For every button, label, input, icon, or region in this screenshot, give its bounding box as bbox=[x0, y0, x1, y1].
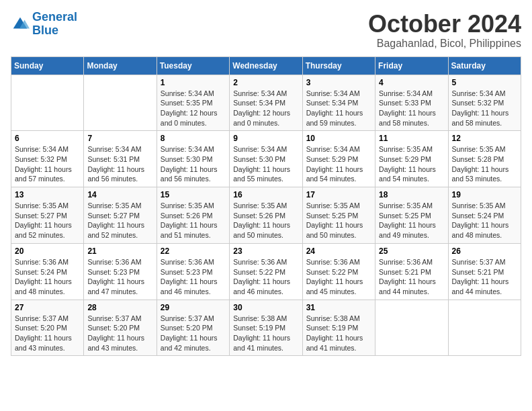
day-number: 10 bbox=[306, 134, 371, 143]
day-info: Sunrise: 5:34 AMSunset: 5:30 PMDaylight:… bbox=[233, 144, 298, 184]
day-cell: 18Sunrise: 5:35 AMSunset: 5:25 PMDayligh… bbox=[375, 187, 448, 244]
day-cell: 23Sunrise: 5:36 AMSunset: 5:22 PMDayligh… bbox=[230, 243, 302, 300]
location-title: Bagahanlad, Bicol, Philippines bbox=[368, 38, 521, 50]
day-info: Sunrise: 5:35 AMSunset: 5:26 PMDaylight:… bbox=[233, 201, 298, 240]
weekday-header-sunday: Sunday bbox=[11, 56, 84, 75]
week-row-5: 27Sunrise: 5:37 AMSunset: 5:20 PMDayligh… bbox=[11, 300, 521, 356]
day-number: 29 bbox=[161, 303, 226, 312]
day-info: Sunrise: 5:37 AMSunset: 5:20 PMDaylight:… bbox=[15, 314, 80, 353]
weekday-header-saturday: Saturday bbox=[448, 56, 521, 75]
day-cell: 15Sunrise: 5:35 AMSunset: 5:26 PMDayligh… bbox=[157, 187, 229, 244]
day-cell: 4Sunrise: 5:34 AMSunset: 5:33 PMDaylight… bbox=[375, 75, 448, 131]
day-number: 27 bbox=[15, 303, 80, 312]
day-number: 4 bbox=[379, 78, 444, 87]
weekday-header-friday: Friday bbox=[375, 56, 448, 75]
day-info: Sunrise: 5:36 AMSunset: 5:22 PMDaylight:… bbox=[306, 257, 371, 297]
day-number: 18 bbox=[379, 190, 444, 199]
day-info: Sunrise: 5:35 AMSunset: 5:28 PMDaylight:… bbox=[452, 144, 517, 184]
day-number: 21 bbox=[87, 246, 152, 256]
day-cell bbox=[84, 75, 157, 131]
weekday-header-wednesday: Wednesday bbox=[230, 56, 302, 75]
day-number: 20 bbox=[15, 246, 80, 256]
day-number: 1 bbox=[161, 78, 226, 87]
day-cell bbox=[448, 300, 521, 356]
week-row-4: 20Sunrise: 5:36 AMSunset: 5:24 PMDayligh… bbox=[11, 243, 521, 300]
day-cell: 6Sunrise: 5:34 AMSunset: 5:32 PMDaylight… bbox=[11, 131, 84, 187]
day-number: 13 bbox=[15, 190, 80, 199]
day-cell: 25Sunrise: 5:36 AMSunset: 5:21 PMDayligh… bbox=[375, 243, 448, 300]
day-cell: 1Sunrise: 5:34 AMSunset: 5:35 PMDaylight… bbox=[157, 75, 229, 131]
week-row-1: 1Sunrise: 5:34 AMSunset: 5:35 PMDaylight… bbox=[11, 75, 521, 131]
day-cell: 3Sunrise: 5:34 AMSunset: 5:34 PMDaylight… bbox=[302, 75, 375, 131]
day-number: 9 bbox=[233, 134, 298, 143]
day-cell: 7Sunrise: 5:34 AMSunset: 5:31 PMDaylight… bbox=[84, 131, 157, 187]
day-cell: 10Sunrise: 5:34 AMSunset: 5:29 PMDayligh… bbox=[302, 131, 375, 187]
day-info: Sunrise: 5:34 AMSunset: 5:33 PMDaylight:… bbox=[379, 89, 444, 128]
logo-text: General Blue bbox=[32, 11, 77, 38]
day-info: Sunrise: 5:35 AMSunset: 5:25 PMDaylight:… bbox=[379, 201, 444, 240]
day-cell: 24Sunrise: 5:36 AMSunset: 5:22 PMDayligh… bbox=[302, 243, 375, 300]
page-header: General Blue October 2024 Bagahanlad, Bi… bbox=[11, 11, 521, 50]
logo: General Blue bbox=[11, 11, 77, 38]
day-cell: 31Sunrise: 5:38 AMSunset: 5:19 PMDayligh… bbox=[302, 300, 375, 356]
week-row-2: 6Sunrise: 5:34 AMSunset: 5:32 PMDaylight… bbox=[11, 131, 521, 187]
day-number: 14 bbox=[87, 190, 152, 199]
day-info: Sunrise: 5:34 AMSunset: 5:32 PMDaylight:… bbox=[452, 89, 517, 128]
day-info: Sunrise: 5:35 AMSunset: 5:26 PMDaylight:… bbox=[161, 201, 226, 240]
day-cell: 2Sunrise: 5:34 AMSunset: 5:34 PMDaylight… bbox=[230, 75, 302, 131]
day-cell: 22Sunrise: 5:36 AMSunset: 5:23 PMDayligh… bbox=[157, 243, 229, 300]
day-cell bbox=[375, 300, 448, 356]
day-info: Sunrise: 5:38 AMSunset: 5:19 PMDaylight:… bbox=[233, 314, 298, 353]
day-number: 30 bbox=[233, 303, 298, 312]
day-info: Sunrise: 5:36 AMSunset: 5:22 PMDaylight:… bbox=[233, 257, 298, 297]
week-row-3: 13Sunrise: 5:35 AMSunset: 5:27 PMDayligh… bbox=[11, 187, 521, 244]
day-number: 6 bbox=[15, 134, 80, 143]
day-cell: 14Sunrise: 5:35 AMSunset: 5:27 PMDayligh… bbox=[84, 187, 157, 244]
day-info: Sunrise: 5:35 AMSunset: 5:27 PMDaylight:… bbox=[15, 201, 80, 240]
day-number: 28 bbox=[87, 303, 152, 312]
day-number: 8 bbox=[161, 134, 226, 143]
day-number: 2 bbox=[233, 78, 298, 87]
day-info: Sunrise: 5:36 AMSunset: 5:23 PMDaylight:… bbox=[161, 257, 226, 297]
day-cell: 29Sunrise: 5:37 AMSunset: 5:20 PMDayligh… bbox=[157, 300, 229, 356]
day-info: Sunrise: 5:34 AMSunset: 5:34 PMDaylight:… bbox=[306, 89, 371, 128]
day-number: 25 bbox=[379, 246, 444, 256]
day-cell bbox=[11, 75, 84, 131]
day-cell: 17Sunrise: 5:35 AMSunset: 5:25 PMDayligh… bbox=[302, 187, 375, 244]
weekday-header-tuesday: Tuesday bbox=[157, 56, 229, 75]
day-cell: 21Sunrise: 5:36 AMSunset: 5:23 PMDayligh… bbox=[84, 243, 157, 300]
day-number: 22 bbox=[161, 246, 226, 256]
day-number: 24 bbox=[306, 246, 371, 256]
day-info: Sunrise: 5:34 AMSunset: 5:30 PMDaylight:… bbox=[161, 144, 226, 184]
day-cell: 27Sunrise: 5:37 AMSunset: 5:20 PMDayligh… bbox=[11, 300, 84, 356]
weekday-header-monday: Monday bbox=[84, 56, 157, 75]
weekday-header-thursday: Thursday bbox=[302, 56, 375, 75]
day-number: 23 bbox=[233, 246, 298, 256]
day-cell: 26Sunrise: 5:37 AMSunset: 5:21 PMDayligh… bbox=[448, 243, 521, 300]
logo-line1: General bbox=[32, 10, 77, 24]
day-cell: 13Sunrise: 5:35 AMSunset: 5:27 PMDayligh… bbox=[11, 187, 84, 244]
day-info: Sunrise: 5:34 AMSunset: 5:31 PMDaylight:… bbox=[87, 144, 152, 184]
day-number: 7 bbox=[87, 134, 152, 143]
calendar-table: SundayMondayTuesdayWednesdayThursdayFrid… bbox=[11, 56, 521, 357]
day-info: Sunrise: 5:36 AMSunset: 5:23 PMDaylight:… bbox=[87, 257, 152, 297]
day-number: 3 bbox=[306, 78, 371, 87]
weekday-header-row: SundayMondayTuesdayWednesdayThursdayFrid… bbox=[11, 56, 521, 75]
day-cell: 28Sunrise: 5:37 AMSunset: 5:20 PMDayligh… bbox=[84, 300, 157, 356]
day-info: Sunrise: 5:36 AMSunset: 5:24 PMDaylight:… bbox=[15, 257, 80, 297]
day-info: Sunrise: 5:34 AMSunset: 5:34 PMDaylight:… bbox=[233, 89, 298, 128]
day-info: Sunrise: 5:36 AMSunset: 5:21 PMDaylight:… bbox=[379, 257, 444, 297]
day-cell: 19Sunrise: 5:35 AMSunset: 5:24 PMDayligh… bbox=[448, 187, 521, 244]
day-number: 17 bbox=[306, 190, 371, 199]
month-title: October 2024 bbox=[368, 11, 521, 38]
day-info: Sunrise: 5:35 AMSunset: 5:29 PMDaylight:… bbox=[379, 144, 444, 184]
day-info: Sunrise: 5:38 AMSunset: 5:19 PMDaylight:… bbox=[306, 314, 371, 353]
logo-icon bbox=[11, 15, 30, 34]
day-info: Sunrise: 5:37 AMSunset: 5:21 PMDaylight:… bbox=[452, 257, 517, 297]
day-number: 31 bbox=[306, 303, 371, 312]
day-cell: 20Sunrise: 5:36 AMSunset: 5:24 PMDayligh… bbox=[11, 243, 84, 300]
day-info: Sunrise: 5:34 AMSunset: 5:29 PMDaylight:… bbox=[306, 144, 371, 184]
day-number: 26 bbox=[452, 246, 517, 256]
day-number: 12 bbox=[452, 134, 517, 143]
day-cell: 8Sunrise: 5:34 AMSunset: 5:30 PMDaylight… bbox=[157, 131, 229, 187]
